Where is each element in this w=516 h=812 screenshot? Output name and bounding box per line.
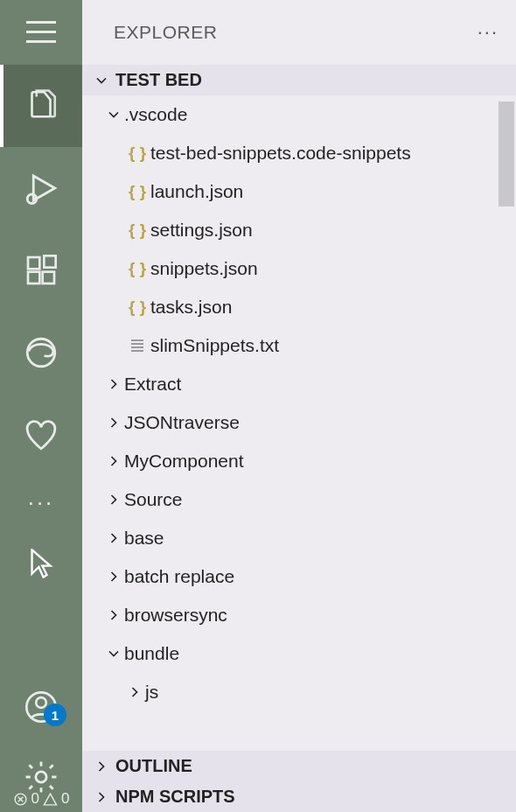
activity-run-debug[interactable] <box>0 147 82 229</box>
folder-batch-replace[interactable]: batch replace <box>82 557 516 596</box>
folder-label: MyComponent <box>124 451 244 472</box>
chevron-down-icon <box>105 645 122 662</box>
sidebar-header: EXPLORER ··· <box>82 0 516 65</box>
folder-jsontraverse[interactable]: JSONtraverse <box>82 403 516 442</box>
sidebar-title: EXPLORER <box>114 22 217 43</box>
svg-point-10 <box>36 697 46 708</box>
sidebar-actions-button[interactable]: ··· <box>478 21 499 44</box>
svg-rect-4 <box>28 257 39 269</box>
folder-js[interactable]: js <box>82 673 516 711</box>
file-label: settings.json <box>150 220 253 241</box>
explorer-sidebar: EXPLORER ··· TEST BED .vscode { } test-b… <box>82 0 516 812</box>
chevron-right-icon <box>105 568 122 585</box>
svg-rect-1 <box>26 31 56 33</box>
svg-rect-6 <box>43 272 54 284</box>
accounts-badge: 1 <box>44 704 66 726</box>
file-launch-json[interactable]: { } launch.json <box>82 172 516 211</box>
chevron-down-icon <box>105 106 122 123</box>
file-tree: .vscode { } test-bed-snippets.code-snipp… <box>82 95 516 751</box>
json-icon: { } <box>124 220 150 240</box>
folder-mycomponent[interactable]: MyComponent <box>82 442 516 480</box>
file-slimsnippets-txt[interactable]: slimSnippets.txt <box>82 326 516 365</box>
play-bug-icon <box>23 170 59 206</box>
svg-rect-0 <box>26 21 56 24</box>
activity-edge[interactable] <box>0 312 82 394</box>
section-testbed-label: TEST BED <box>115 70 202 90</box>
warning-triangle-icon <box>43 792 58 807</box>
folder-label: batch replace <box>124 566 234 587</box>
folder-bundle[interactable]: bundle <box>82 634 516 673</box>
text-file-icon <box>124 340 150 352</box>
svg-rect-5 <box>28 272 39 284</box>
file-snippets-json[interactable]: { } snippets.json <box>82 249 516 288</box>
json-icon: { } <box>124 259 150 278</box>
svg-point-11 <box>36 772 46 782</box>
file-settings-json[interactable]: { } settings.json <box>82 211 516 249</box>
chevron-right-icon <box>105 491 122 508</box>
file-label: tasks.json <box>150 297 232 318</box>
json-icon: { } <box>124 182 150 201</box>
chevron-right-icon <box>105 606 122 624</box>
section-npm-label: NPM SCRIPTS <box>115 787 235 807</box>
chevron-right-icon <box>105 414 122 431</box>
folder-label: base <box>124 528 164 549</box>
file-tasks-json[interactable]: { } tasks.json <box>82 288 516 326</box>
section-outline[interactable]: OUTLINE <box>82 751 516 781</box>
cursor-indicator <box>0 528 82 598</box>
file-label: launch.json <box>150 181 243 202</box>
activity-more[interactable]: ··· <box>0 476 82 528</box>
files-icon <box>23 88 59 124</box>
chevron-right-icon <box>126 683 143 701</box>
folder-label: bundle <box>124 643 179 664</box>
heart-icon <box>23 416 59 453</box>
folder-source[interactable]: Source <box>82 480 516 519</box>
folder-label: Source <box>124 489 183 510</box>
folder-label: JSONtraverse <box>124 412 240 433</box>
menu-button[interactable] <box>0 0 82 65</box>
activity-extensions[interactable] <box>0 229 82 312</box>
folder-vscode[interactable]: .vscode <box>82 95 516 134</box>
scrollbar-thumb[interactable] <box>499 102 514 206</box>
folder-base[interactable]: base <box>82 519 516 557</box>
status-warning-count: 0 <box>61 790 69 808</box>
svg-rect-7 <box>44 256 55 267</box>
file-label: snippets.json <box>150 258 258 279</box>
status-problems[interactable]: 0 0 <box>0 786 82 812</box>
json-icon: { } <box>124 298 150 317</box>
file-snippets-code[interactable]: { } test-bed-snippets.code-snippets <box>82 134 516 172</box>
folder-label: .vscode <box>124 104 187 125</box>
status-error-count: 0 <box>31 790 39 808</box>
chevron-right-icon <box>105 452 122 470</box>
chevron-right-icon <box>105 375 122 393</box>
folder-label: browsersync <box>124 605 227 626</box>
hamburger-icon <box>26 21 56 44</box>
folder-label: js <box>145 682 158 703</box>
edge-icon <box>23 334 59 371</box>
activity-bar: ··· 1 0 0 <box>0 0 82 812</box>
folder-extract[interactable]: Extract <box>82 365 516 403</box>
chevron-down-icon <box>93 72 110 89</box>
cursor-arrow-icon <box>29 549 53 578</box>
file-label: test-bed-snippets.code-snippets <box>150 143 411 164</box>
folder-label: Extract <box>124 374 181 395</box>
section-npm-scripts[interactable]: NPM SCRIPTS <box>82 781 516 812</box>
activity-explorer[interactable] <box>0 65 82 147</box>
chevron-right-icon <box>93 788 110 806</box>
section-outline-label: OUTLINE <box>115 756 192 776</box>
file-label: slimSnippets.txt <box>150 335 279 356</box>
section-testbed[interactable]: TEST BED <box>82 65 516 95</box>
folder-browsersync[interactable]: browsersync <box>82 596 516 634</box>
svg-rect-2 <box>26 40 56 43</box>
json-icon: { } <box>124 144 150 163</box>
chevron-right-icon <box>105 529 122 547</box>
extensions-icon <box>24 253 59 288</box>
error-circle-icon <box>13 792 28 807</box>
activity-accounts[interactable]: 1 <box>0 672 82 742</box>
activity-favorites[interactable] <box>0 394 82 476</box>
chevron-right-icon <box>93 758 110 775</box>
